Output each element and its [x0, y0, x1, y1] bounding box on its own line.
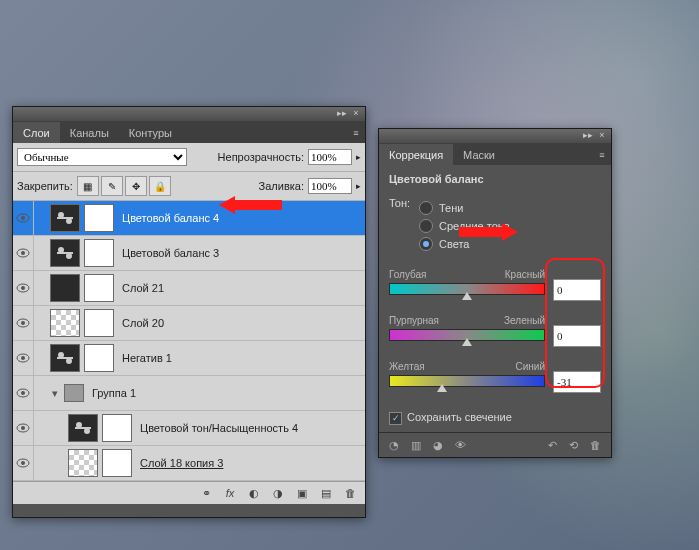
fill-label: Заливка: — [259, 180, 304, 192]
layers-footer: ⚭ fx ◐ ◑ ▣ ▤ 🗑 — [13, 481, 365, 504]
collapse-icon[interactable]: ▸▸ — [583, 131, 593, 141]
link-layers-icon[interactable]: ⚭ — [199, 486, 213, 500]
layers-list: Цветовой баланс 4Цветовой баланс 3Слой 2… — [13, 201, 365, 481]
svg-point-15 — [21, 356, 25, 360]
color-balance-slider[interactable] — [389, 283, 545, 295]
visibility-toggle-icon[interactable] — [13, 341, 34, 375]
presets-icon[interactable]: ▥ — [411, 439, 421, 452]
radio-shadows[interactable] — [419, 201, 433, 215]
svg-point-20 — [21, 391, 25, 395]
scrub-icon[interactable]: ◔ — [389, 439, 399, 452]
reset-icon[interactable]: ⟲ — [569, 439, 578, 452]
lock-transparency-icon[interactable]: ▦ — [77, 176, 99, 196]
radio-midtones[interactable] — [419, 219, 433, 233]
layer-name[interactable]: Слой 21 — [122, 282, 164, 294]
svg-point-8 — [58, 247, 64, 253]
slider-right-label: Красный — [505, 269, 545, 280]
mask-thumbnail — [102, 414, 132, 442]
svg-point-1 — [21, 216, 25, 220]
svg-point-17 — [58, 352, 64, 358]
layer-row[interactable]: Слой 20 — [13, 306, 365, 341]
lock-all-icon[interactable]: 🔒 — [149, 176, 171, 196]
new-layer-icon[interactable]: ▤ — [319, 486, 333, 500]
tab-masks[interactable]: Маски — [453, 144, 505, 165]
layer-thumbnail — [68, 449, 98, 477]
tab-layers[interactable]: Слои — [13, 122, 60, 143]
new-group-icon[interactable]: ▣ — [295, 486, 309, 500]
opacity-input[interactable] — [308, 149, 352, 165]
layer-row[interactable]: Цветовой тон/Насыщенность 4 — [13, 411, 365, 446]
layer-name[interactable]: Цветовой баланс 3 — [122, 247, 219, 259]
svg-point-4 — [66, 218, 72, 224]
layer-row[interactable]: Негатив 1 — [13, 341, 365, 376]
lock-position-icon[interactable]: ✥ — [125, 176, 147, 196]
new-adjustment-icon[interactable]: ◑ — [271, 486, 285, 500]
color-balance-slider[interactable] — [389, 375, 545, 387]
mask-thumbnail — [84, 239, 114, 267]
layer-name[interactable]: Группа 1 — [92, 387, 136, 399]
layer-row[interactable]: Слой 21 — [13, 271, 365, 306]
close-icon[interactable]: × — [597, 131, 607, 141]
tab-paths[interactable]: Контуры — [119, 122, 182, 143]
radio-highlights[interactable] — [419, 237, 433, 251]
visibility-toggle-icon[interactable] — [13, 201, 34, 235]
visibility-icon[interactable]: 👁 — [455, 439, 466, 452]
layer-thumbnail — [50, 204, 80, 232]
visibility-toggle-icon[interactable] — [13, 271, 34, 305]
color-balance-slider[interactable] — [389, 329, 545, 341]
delete-adjustment-icon[interactable]: 🗑 — [590, 439, 601, 452]
slider-left-label: Голубая — [389, 269, 427, 280]
layer-row[interactable]: Цветовой баланс 4 — [13, 201, 365, 236]
close-icon[interactable]: × — [351, 109, 361, 119]
svg-point-22 — [21, 426, 25, 430]
slider-handle[interactable] — [462, 292, 472, 300]
visibility-toggle-icon[interactable] — [13, 306, 34, 340]
layer-row[interactable]: ▾Группа 1 — [13, 376, 365, 411]
blend-mode-select[interactable]: Обычные — [17, 148, 187, 166]
annotation-arrow — [234, 200, 282, 210]
layer-name[interactable]: Цветовой тон/Насыщенность 4 — [140, 422, 298, 434]
panel-menu-icon[interactable]: ≡ — [347, 125, 365, 143]
preserve-luminosity-checkbox[interactable]: ✓ — [389, 412, 402, 425]
layers-panel: ▸▸ × Слои Каналы Контуры ≡ Обычные Непро… — [12, 106, 366, 518]
visibility-toggle-icon[interactable] — [13, 446, 34, 480]
panel-menu-icon[interactable]: ≡ — [593, 147, 611, 165]
layer-name[interactable]: Слой 18 копия 3 — [140, 457, 223, 469]
opacity-flyout-icon[interactable]: ▸ — [356, 152, 361, 162]
slider-handle[interactable] — [437, 384, 447, 392]
layer-row[interactable]: Цветовой баланс 3 — [13, 236, 365, 271]
tone-label: Тон: — [389, 197, 419, 255]
svg-point-24 — [76, 422, 82, 428]
slider-left-label: Пурпурная — [389, 315, 439, 326]
clip-icon[interactable]: ◕ — [433, 439, 443, 452]
svg-point-13 — [21, 321, 25, 325]
layer-thumbnail — [50, 274, 80, 302]
svg-point-6 — [21, 251, 25, 255]
visibility-toggle-icon[interactable] — [13, 411, 34, 445]
layer-name[interactable]: Цветовой баланс 4 — [122, 212, 219, 224]
expand-group-icon[interactable]: ▾ — [52, 387, 58, 400]
add-mask-icon[interactable]: ◐ — [247, 486, 261, 500]
layer-name[interactable]: Негатив 1 — [122, 352, 172, 364]
layer-name[interactable]: Слой 20 — [122, 317, 164, 329]
delete-layer-icon[interactable]: 🗑 — [343, 486, 357, 500]
tab-channels[interactable]: Каналы — [60, 122, 119, 143]
prev-state-icon[interactable]: ↶ — [548, 439, 557, 452]
fill-input[interactable] — [308, 178, 352, 194]
fill-flyout-icon[interactable]: ▸ — [356, 181, 361, 191]
collapse-icon[interactable]: ▸▸ — [337, 109, 347, 119]
visibility-toggle-icon[interactable] — [13, 236, 34, 270]
slider-handle[interactable] — [462, 338, 472, 346]
slider-right-label: Синий — [515, 361, 545, 372]
mask-thumbnail — [84, 344, 114, 372]
tab-correction[interactable]: Коррекция — [379, 144, 453, 165]
svg-point-11 — [21, 286, 25, 290]
lock-label: Закрепить: — [17, 180, 73, 192]
corrections-footer: ◔ ▥ ◕ 👁 ↶ ⟲ 🗑 — [379, 432, 611, 457]
panel-header: ▸▸ × — [13, 107, 365, 121]
visibility-toggle-icon[interactable] — [13, 376, 34, 410]
lock-pixels-icon[interactable]: ✎ — [101, 176, 123, 196]
fx-icon[interactable]: fx — [223, 486, 237, 500]
layer-row[interactable]: Слой 18 копия 3 — [13, 446, 365, 481]
annotation-arrow — [459, 227, 503, 237]
